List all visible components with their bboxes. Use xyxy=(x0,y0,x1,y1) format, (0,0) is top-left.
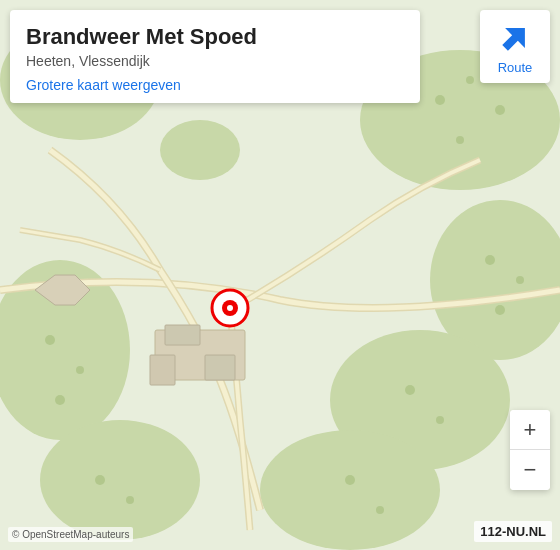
svg-point-36 xyxy=(227,305,233,311)
route-icon xyxy=(497,20,533,56)
location-marker xyxy=(208,286,252,334)
route-button[interactable]: Route xyxy=(480,10,550,83)
svg-point-8 xyxy=(160,120,240,180)
info-panel: Brandweer Met Spoed Heeten, Vlessendijk … xyxy=(10,10,420,103)
svg-point-19 xyxy=(495,305,505,315)
incident-location: Heeten, Vlessendijk xyxy=(26,53,404,69)
svg-rect-32 xyxy=(150,355,175,385)
svg-rect-31 xyxy=(205,355,235,380)
zoom-out-button[interactable]: − xyxy=(510,450,550,490)
svg-point-23 xyxy=(76,366,84,374)
zoom-controls: + − xyxy=(510,410,550,490)
svg-point-17 xyxy=(485,255,495,265)
incident-title: Brandweer Met Spoed xyxy=(26,24,404,50)
svg-point-18 xyxy=(516,276,524,284)
svg-point-28 xyxy=(376,506,384,514)
attribution-bar: © OpenStreetMap-auteurs 112-NU.NL xyxy=(0,521,560,542)
map-container: Brandweer Met Spoed Heeten, Vlessendijk … xyxy=(0,0,560,550)
svg-point-27 xyxy=(345,475,355,485)
svg-point-26 xyxy=(126,496,134,504)
zoom-in-button[interactable]: + xyxy=(510,410,550,450)
svg-point-21 xyxy=(436,416,444,424)
svg-marker-37 xyxy=(497,20,533,56)
svg-point-15 xyxy=(495,105,505,115)
svg-point-16 xyxy=(456,136,464,144)
brand-badge: 112-NU.NL xyxy=(474,521,552,542)
svg-point-20 xyxy=(405,385,415,395)
svg-point-22 xyxy=(45,335,55,345)
route-label: Route xyxy=(498,60,533,75)
svg-rect-30 xyxy=(165,325,200,345)
larger-map-link[interactable]: Grotere kaart weergeven xyxy=(26,77,404,93)
svg-point-25 xyxy=(95,475,105,485)
svg-point-13 xyxy=(435,95,445,105)
svg-point-14 xyxy=(466,76,474,84)
svg-point-24 xyxy=(55,395,65,405)
osm-attribution: © OpenStreetMap-auteurs xyxy=(8,527,133,542)
